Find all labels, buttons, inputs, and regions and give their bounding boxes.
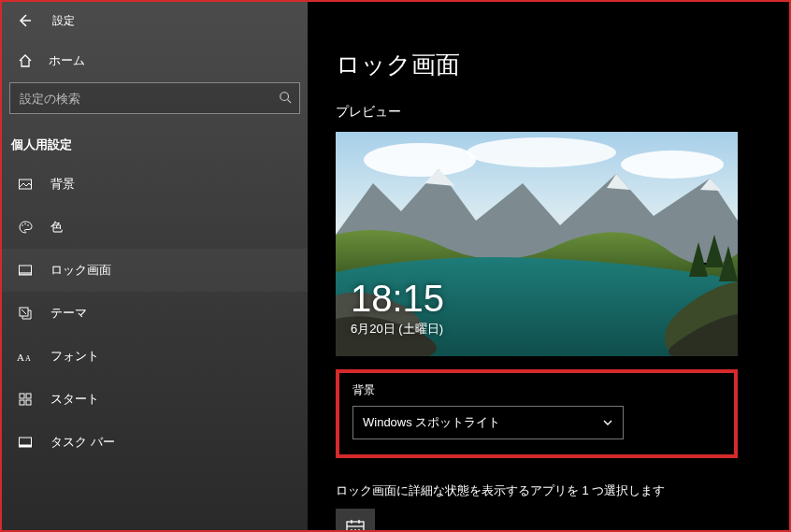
- search-icon: [273, 91, 292, 107]
- sidebar-item-label: 背景: [50, 176, 75, 193]
- arrow-left-icon: [17, 13, 32, 28]
- palette-icon: [17, 220, 34, 235]
- calendar-icon: [345, 518, 366, 530]
- home-button[interactable]: ホーム: [2, 39, 308, 82]
- background-setting-highlight: 背景 Windows スポットライト: [336, 369, 738, 458]
- search-input[interactable]: [20, 92, 273, 106]
- svg-point-4: [27, 224, 29, 226]
- svg-rect-6: [20, 272, 32, 275]
- svg-point-18: [467, 137, 616, 167]
- detailed-status-app-tile[interactable]: [336, 509, 375, 530]
- sidebar-item-background[interactable]: 背景: [2, 163, 308, 206]
- sidebar-item-start[interactable]: スタート: [2, 378, 308, 421]
- svg-text:A: A: [25, 354, 31, 363]
- home-icon: [17, 53, 34, 68]
- main-content: ロック画面 プレビュー: [308, 2, 789, 530]
- svg-point-0: [280, 92, 289, 100]
- back-button[interactable]: [13, 9, 36, 32]
- sidebar-nav: 背景 色 ロック画面 テーマ: [2, 163, 308, 464]
- svg-rect-11: [26, 394, 31, 398]
- svg-rect-13: [26, 400, 31, 405]
- svg-point-24: [351, 529, 352, 530]
- titlebar: 設定: [2, 2, 308, 39]
- start-icon: [17, 392, 34, 407]
- svg-point-19: [621, 151, 724, 179]
- sidebar-item-themes[interactable]: テーマ: [2, 292, 308, 335]
- preview-overlay: 18:15 6月20日 (土曜日): [351, 280, 444, 338]
- font-icon: AA: [17, 350, 34, 363]
- theme-icon: [17, 306, 34, 321]
- lockscreen-preview: 18:15 6月20日 (土曜日): [336, 132, 738, 356]
- home-label: ホーム: [49, 52, 85, 69]
- detailed-status-app-label: ロック画面に詳細な状態を表示するアプリを 1 つ選択します: [336, 482, 761, 499]
- sidebar-item-lockscreen[interactable]: ロック画面: [2, 249, 308, 292]
- svg-rect-12: [20, 400, 24, 405]
- svg-rect-10: [20, 394, 24, 398]
- lockscreen-icon: [17, 263, 34, 278]
- svg-point-2: [22, 224, 23, 226]
- preview-label: プレビュー: [336, 104, 761, 121]
- sidebar-item-label: スタート: [50, 391, 99, 408]
- preview-date: 6月20日 (土曜日): [351, 321, 444, 338]
- preview-time: 18:15: [351, 280, 444, 317]
- category-heading: 個人用設定: [2, 120, 308, 163]
- sidebar-item-label: ロック画面: [50, 262, 111, 279]
- background-dropdown[interactable]: Windows スポットライト: [352, 406, 624, 439]
- sidebar-item-label: テーマ: [50, 305, 87, 322]
- sidebar-item-label: 色: [50, 219, 63, 236]
- page-title: ロック画面: [336, 49, 761, 81]
- picture-icon: [17, 177, 34, 192]
- svg-point-3: [24, 223, 26, 225]
- background-field-label: 背景: [352, 382, 721, 398]
- background-dropdown-value: Windows スポットライト: [363, 414, 500, 431]
- sidebar-item-colors[interactable]: 色: [2, 206, 308, 249]
- window-title: 設定: [52, 13, 75, 29]
- sidebar: 設定 ホーム 個人用設定 背景: [2, 2, 308, 530]
- svg-point-25: [354, 529, 356, 530]
- search-box[interactable]: [9, 82, 300, 114]
- svg-text:A: A: [17, 352, 24, 363]
- svg-rect-15: [20, 445, 32, 448]
- sidebar-item-taskbar[interactable]: タスク バー: [2, 421, 308, 464]
- sidebar-item-label: タスク バー: [50, 434, 115, 451]
- chevron-down-icon: [602, 417, 613, 428]
- sidebar-item-fonts[interactable]: AA フォント: [2, 335, 308, 378]
- svg-point-26: [358, 529, 360, 530]
- svg-point-17: [364, 143, 476, 177]
- taskbar-icon: [17, 435, 34, 450]
- sidebar-item-label: フォント: [50, 348, 99, 365]
